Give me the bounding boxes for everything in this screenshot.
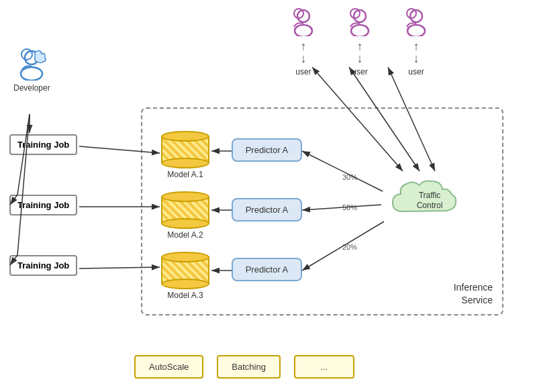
feature-boxes: AutoScale Batching ... bbox=[134, 355, 354, 379]
model-a2: Model A.2 bbox=[161, 191, 209, 240]
training-job-3: Training Job bbox=[9, 255, 77, 276]
svg-point-10 bbox=[21, 67, 42, 81]
training-job-2: Training Job bbox=[9, 195, 77, 215]
users-row: ↑↓ user ↑↓ user ↑↓ user bbox=[289, 7, 431, 77]
user-icon-1 bbox=[289, 7, 318, 36]
predictor-a3: Predictor A bbox=[232, 258, 302, 281]
batching-box: Batching bbox=[217, 355, 281, 379]
predictor-a2: Predictor A bbox=[232, 198, 302, 222]
inference-label: Inference Service bbox=[454, 281, 493, 307]
model-a3: Model A.3 bbox=[161, 252, 209, 300]
predictor-a1-label: Predictor A bbox=[246, 145, 289, 155]
user-label-1: user bbox=[295, 67, 311, 77]
svg-point-4 bbox=[351, 25, 369, 36]
predictor-a2-label: Predictor A bbox=[246, 205, 289, 215]
training-job-1: Training Job bbox=[9, 134, 77, 155]
model-a3-label: Model A.3 bbox=[161, 291, 209, 300]
svg-point-7 bbox=[407, 25, 425, 36]
predictor-a3-label: Predictor A bbox=[246, 264, 289, 275]
svg-text:Control: Control bbox=[417, 201, 443, 210]
user-icon-2 bbox=[345, 7, 375, 36]
user-label-2: user bbox=[352, 67, 367, 77]
user-item-3: ↑↓ user bbox=[401, 7, 431, 77]
user-item-2: ↑↓ user bbox=[345, 7, 375, 77]
user-arrow-3: ↑↓ bbox=[414, 40, 420, 64]
developer-label: Developer bbox=[13, 83, 50, 93]
svg-point-1 bbox=[295, 25, 312, 36]
traffic-cloud-svg: Traffic Control bbox=[386, 168, 473, 222]
user-arrow-2: ↑↓ bbox=[357, 40, 363, 64]
svg-text:Traffic: Traffic bbox=[419, 191, 441, 200]
model-a1-label: Model A.1 bbox=[161, 170, 209, 179]
diagram: Inference Service ↑↓ user ↑↓ user bbox=[0, 0, 533, 392]
percent-20: 20% bbox=[342, 243, 357, 251]
user-icon-3 bbox=[401, 7, 431, 36]
user-arrow-1: ↑↓ bbox=[301, 40, 307, 64]
percent-30: 30% bbox=[342, 173, 357, 181]
predictor-a1: Predictor A bbox=[232, 138, 302, 162]
developer-block: Developer bbox=[13, 47, 50, 93]
user-item-1: ↑↓ user bbox=[289, 7, 318, 77]
model-a1: Model A.1 bbox=[161, 131, 209, 179]
more-box: ... bbox=[294, 355, 354, 379]
autoscale-box: AutoScale bbox=[134, 355, 203, 379]
developer-icon bbox=[15, 47, 48, 81]
svg-point-11 bbox=[21, 49, 32, 60]
user-label-3: user bbox=[408, 67, 424, 77]
traffic-control: Traffic Control bbox=[386, 168, 473, 222]
percent-50: 50% bbox=[342, 203, 357, 211]
model-a2-label: Model A.2 bbox=[161, 230, 209, 240]
